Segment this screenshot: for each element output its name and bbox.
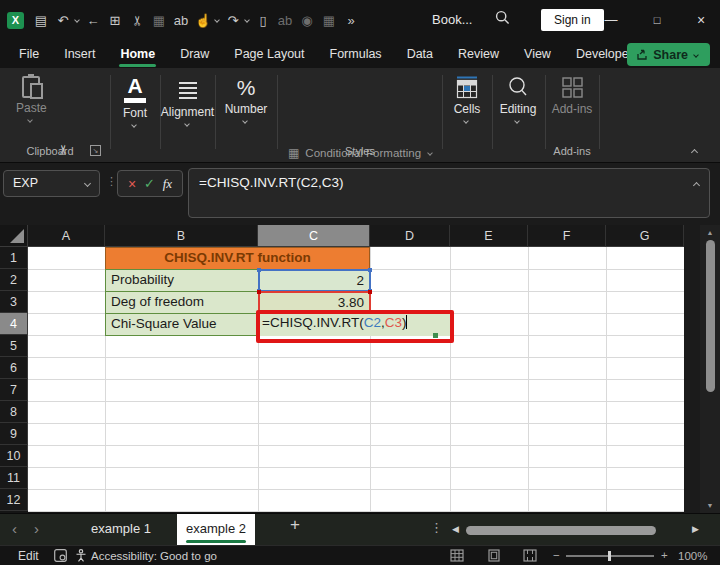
- enter-icon[interactable]: ✓: [144, 176, 155, 191]
- ribbon-tab-review[interactable]: Review: [457, 42, 500, 66]
- paste-button[interactable]: Paste: [16, 76, 47, 122]
- replace-icon[interactable]: ab: [171, 13, 191, 28]
- insert-function-icon[interactable]: fx: [163, 176, 172, 192]
- ribbon-tab-data[interactable]: Data: [406, 42, 434, 66]
- sheet-tab-example-1[interactable]: example 1: [70, 514, 172, 546]
- zoom-out-button[interactable]: −: [553, 549, 560, 561]
- accessibility-status[interactable]: Accessibility: Good to go: [91, 550, 217, 562]
- cut-icon[interactable]: ✂: [130, 10, 145, 30]
- collapse-ribbon-icon[interactable]: [691, 149, 698, 156]
- cell-c2[interactable]: 2: [258, 269, 371, 292]
- ribbon-tab-row: FileInsertHomeDrawPage LayoutFormulasDat…: [0, 40, 720, 68]
- accessibility-icon[interactable]: [75, 549, 87, 564]
- page-layout-view-icon[interactable]: [487, 549, 501, 564]
- column-header-b[interactable]: B: [105, 225, 258, 247]
- column-header-c[interactable]: C: [258, 225, 370, 247]
- column-header-f[interactable]: F: [528, 225, 606, 247]
- cell-b4[interactable]: Chi-Square Value: [105, 313, 259, 336]
- overflow-icon[interactable]: »: [341, 13, 361, 28]
- name-box[interactable]: EXP: [3, 170, 100, 197]
- row-header-1[interactable]: 1: [0, 247, 28, 269]
- vertical-scroll-thumb[interactable]: [706, 240, 715, 392]
- paste-picture-icon[interactable]: ▦: [149, 13, 169, 28]
- maximize-button[interactable]: □: [636, 0, 678, 40]
- scroll-up-icon[interactable]: ▲: [700, 229, 720, 236]
- macro-record-icon[interactable]: [54, 549, 67, 564]
- ribbon-tab-insert[interactable]: Insert: [63, 42, 96, 66]
- range-handle: [368, 268, 372, 272]
- row-header-8[interactable]: 8: [0, 401, 28, 423]
- add-ins-button[interactable]: Add-ins: [546, 76, 598, 116]
- row-header-9[interactable]: 9: [0, 423, 28, 445]
- scroll-right-icon[interactable]: ▶: [692, 524, 699, 534]
- ribbon-tab-view[interactable]: View: [523, 42, 552, 66]
- chevron-down-icon: [463, 118, 469, 124]
- clipboard-dialog-launcher[interactable]: ↘: [90, 145, 101, 156]
- editing-button[interactable]: Editing: [492, 76, 544, 123]
- column-header-a[interactable]: A: [28, 225, 105, 247]
- percent-icon: %: [237, 76, 256, 99]
- add-sheet-button[interactable]: +: [290, 515, 300, 535]
- camera-icon[interactable]: ◉: [297, 13, 317, 28]
- normal-view-icon[interactable]: [450, 549, 464, 564]
- ribbon-tab-developer[interactable]: Developer: [575, 42, 634, 66]
- range-handle: [368, 290, 372, 294]
- sheet-options-icon[interactable]: ⋮: [430, 520, 443, 535]
- ribbon-tab-formulas[interactable]: Formulas: [329, 42, 383, 66]
- ribbon-tab-draw[interactable]: Draw: [179, 42, 210, 66]
- row-header-2[interactable]: 2: [0, 269, 28, 291]
- close-button[interactable]: ×: [680, 0, 720, 40]
- excel-logo-icon[interactable]: X: [7, 12, 24, 29]
- gridline: [28, 445, 684, 446]
- ribbon-tab-home[interactable]: Home: [119, 42, 156, 66]
- zoom-in-button[interactable]: +: [661, 549, 668, 561]
- select-all-corner[interactable]: [0, 225, 28, 247]
- cell-b3[interactable]: Deg of freedom: [105, 291, 259, 314]
- zoom-slider-thumb[interactable]: [608, 551, 611, 561]
- horizontal-scroll-thumb[interactable]: [466, 526, 656, 535]
- copy-icon[interactable]: ⊞: [105, 13, 125, 28]
- alignment-group-button[interactable]: Alignment: [160, 79, 215, 126]
- vertical-scrollbar[interactable]: ▲ ▼: [700, 225, 720, 513]
- row-header-6[interactable]: 6: [0, 357, 28, 379]
- ribbon-tab-file[interactable]: File: [18, 42, 40, 66]
- drag-dots-icon[interactable]: ⋮: [106, 175, 117, 188]
- share-button[interactable]: Share: [627, 43, 710, 66]
- sheet-tab-example-2[interactable]: example 2: [177, 514, 255, 546]
- scroll-left-icon[interactable]: ◀: [452, 524, 459, 534]
- new-file-icon[interactable]: ▯: [253, 13, 273, 28]
- ribbon-tab-page-layout[interactable]: Page Layout: [233, 42, 305, 66]
- search-icon[interactable]: [495, 10, 510, 29]
- collapse-formula-bar-icon[interactable]: [693, 182, 700, 189]
- row-header-11[interactable]: 11: [0, 467, 28, 489]
- formula-input[interactable]: =CHISQ.INV.RT(C2,C3): [188, 168, 710, 218]
- back-icon[interactable]: ←: [83, 13, 103, 28]
- scroll-down-icon[interactable]: ▼: [700, 502, 720, 509]
- row-header-3[interactable]: 3: [0, 291, 28, 313]
- zoom-level[interactable]: 100%: [678, 550, 707, 562]
- cancel-icon[interactable]: ×: [128, 176, 136, 192]
- strikethrough-icon[interactable]: ab: [275, 13, 295, 28]
- column-header-g[interactable]: G: [606, 225, 684, 247]
- row-header-10[interactable]: 10: [0, 445, 28, 467]
- row-header-7[interactable]: 7: [0, 379, 28, 401]
- redo-icon[interactable]: ↷: [223, 13, 243, 28]
- cell-b1-title[interactable]: CHISQ.INV.RT function: [105, 247, 370, 270]
- touch-mode-icon[interactable]: ☝: [193, 13, 213, 28]
- font-group-button[interactable]: A Font: [112, 75, 158, 127]
- row-header-12[interactable]: 12: [0, 489, 28, 511]
- page-break-view-icon[interactable]: [523, 549, 537, 564]
- cell-b2[interactable]: Probability: [105, 269, 259, 292]
- table-style-icon[interactable]: ▦: [319, 13, 339, 28]
- minimize-button[interactable]: —: [590, 0, 632, 40]
- previous-sheet-icon[interactable]: ‹: [12, 520, 17, 537]
- cells-button[interactable]: Cells: [443, 76, 491, 123]
- undo-icon[interactable]: ↶: [53, 13, 73, 28]
- number-group-button[interactable]: % Number: [217, 76, 275, 123]
- next-sheet-icon[interactable]: ›: [34, 520, 39, 537]
- column-header-d[interactable]: D: [370, 225, 450, 247]
- save-icon[interactable]: ▤: [31, 13, 51, 28]
- row-header-4[interactable]: 4: [0, 313, 28, 335]
- column-header-e[interactable]: E: [450, 225, 528, 247]
- row-header-5[interactable]: 5: [0, 335, 28, 357]
